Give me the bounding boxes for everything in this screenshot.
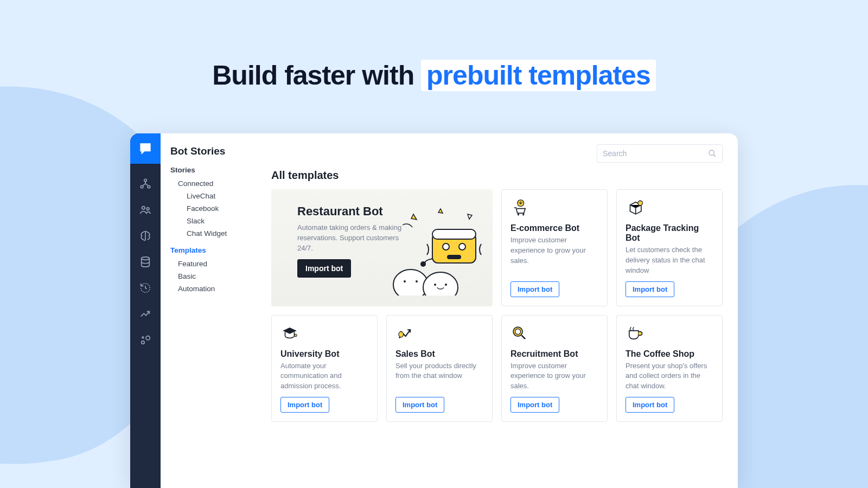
users-icon[interactable] bbox=[139, 204, 151, 216]
tree-item-basic[interactable]: Basic bbox=[170, 270, 248, 282]
import-button[interactable]: Import bot bbox=[510, 397, 559, 413]
section-title: All templates bbox=[271, 169, 723, 182]
svg-point-13 bbox=[416, 280, 418, 282]
svg-rect-17 bbox=[432, 229, 476, 239]
svg-point-6 bbox=[142, 341, 145, 344]
coffee-icon bbox=[626, 324, 713, 345]
svg-point-12 bbox=[404, 280, 406, 282]
tree-item-connected[interactable]: Connected bbox=[170, 177, 248, 190]
card-recruitment[interactable]: Recruitment Bot Improve customer experie… bbox=[501, 315, 608, 422]
svg-point-19 bbox=[459, 243, 465, 250]
sidebar-tree: Stories Connected LiveChat Facebook Slac… bbox=[170, 166, 248, 295]
hero-prefix: Build faster with bbox=[212, 60, 421, 91]
tree-item-chat-widget[interactable]: Chat Widget bbox=[170, 227, 248, 240]
svg-point-15 bbox=[445, 284, 447, 286]
card-sales[interactable]: Sales Bot Sell your products directly fr… bbox=[386, 315, 493, 422]
svg-point-8 bbox=[142, 337, 144, 338]
database-icon[interactable] bbox=[139, 256, 151, 268]
card-ecommerce[interactable]: E-commerce Bot Improve customer experien… bbox=[501, 189, 608, 306]
trend-icon[interactable] bbox=[139, 308, 151, 320]
history-icon[interactable] bbox=[139, 282, 151, 294]
svg-point-23 bbox=[518, 214, 519, 215]
sales-icon bbox=[395, 324, 483, 345]
svg-point-14 bbox=[434, 284, 436, 286]
robot-icon bbox=[381, 203, 489, 296]
templates-grid: Restaurant Bot Automate taking orders & … bbox=[271, 189, 723, 422]
page-title: Bot Stories bbox=[170, 145, 248, 157]
card-desc: Sell your products directly from the cha… bbox=[395, 361, 483, 382]
tree-group-templates[interactable]: Templates bbox=[170, 246, 248, 254]
svg-point-10 bbox=[393, 269, 428, 296]
svg-point-27 bbox=[399, 331, 404, 337]
flow-icon[interactable] bbox=[139, 178, 151, 190]
svg-rect-20 bbox=[447, 255, 461, 259]
search-icon bbox=[708, 149, 717, 158]
import-button[interactable]: Import bot bbox=[626, 281, 674, 297]
tree-item-automation[interactable]: Automation bbox=[170, 282, 248, 295]
card-title: Recruitment Bot bbox=[510, 349, 598, 359]
import-button[interactable]: Import bot bbox=[626, 397, 674, 413]
card-title: University Bot bbox=[280, 349, 368, 359]
svg-point-5 bbox=[142, 257, 150, 260]
card-title: E-commerce Bot bbox=[510, 223, 598, 233]
main-content: All templates Restaurant Bot Automate ta… bbox=[258, 133, 738, 488]
svg-point-11 bbox=[423, 272, 458, 296]
svg-point-29 bbox=[515, 329, 521, 334]
svg-point-3 bbox=[142, 207, 145, 210]
tree-item-livechat[interactable]: LiveChat bbox=[170, 190, 248, 202]
svg-point-26 bbox=[295, 334, 297, 336]
chat-icon bbox=[138, 142, 152, 156]
app-window: Bot Stories Stories Connected LiveChat F… bbox=[130, 133, 738, 488]
svg-point-7 bbox=[146, 336, 150, 340]
svg-point-25 bbox=[638, 201, 643, 206]
app-logo[interactable] bbox=[130, 133, 161, 164]
svg-point-4 bbox=[146, 208, 149, 210]
nav-rail bbox=[130, 133, 161, 488]
svg-point-24 bbox=[522, 214, 524, 215]
card-university[interactable]: University Bot Automate your communicati… bbox=[271, 315, 378, 422]
brain-icon[interactable] bbox=[139, 230, 151, 242]
card-title: The Coffee Shop bbox=[626, 349, 713, 359]
card-desc: Let customers check the delivery status … bbox=[626, 245, 713, 276]
svg-point-0 bbox=[144, 179, 147, 182]
svg-point-9 bbox=[709, 150, 714, 155]
svg-point-18 bbox=[443, 243, 449, 250]
hero-highlight: prebuilt templates bbox=[421, 60, 656, 91]
import-button[interactable]: Import bot bbox=[280, 397, 329, 413]
cart-icon bbox=[510, 198, 598, 219]
card-package[interactable]: Package Tracking Bot Let customers check… bbox=[616, 189, 723, 306]
sidebar: Bot Stories Stories Connected LiveChat F… bbox=[161, 133, 258, 488]
card-desc: Automate your communication and admissio… bbox=[280, 361, 368, 392]
tree-item-featured[interactable]: Featured bbox=[170, 258, 248, 270]
graduation-icon bbox=[280, 324, 368, 345]
tree-item-facebook[interactable]: Facebook bbox=[170, 202, 248, 215]
tree-group-stories[interactable]: Stories bbox=[170, 166, 248, 174]
import-button[interactable]: Import bot bbox=[395, 397, 444, 413]
featured-illustration bbox=[406, 204, 493, 291]
search-input[interactable] bbox=[603, 149, 708, 158]
hero-heading: Build faster with prebuilt templates bbox=[0, 60, 868, 91]
magnify-icon bbox=[510, 324, 598, 345]
featured-card[interactable]: Restaurant Bot Automate taking orders & … bbox=[271, 189, 493, 306]
bubbles-icon[interactable] bbox=[139, 334, 151, 346]
svg-point-21 bbox=[420, 261, 426, 267]
search-box[interactable] bbox=[597, 144, 723, 163]
nav-icons bbox=[139, 164, 151, 346]
card-desc: Improve customer experience to grow your… bbox=[510, 361, 598, 392]
card-coffee[interactable]: The Coffee Shop Present your shop's offe… bbox=[616, 315, 723, 422]
box-icon bbox=[626, 198, 713, 219]
card-title: Sales Bot bbox=[395, 349, 483, 359]
card-desc: Present your shop's offers and collect o… bbox=[626, 361, 713, 392]
topbar bbox=[271, 144, 723, 163]
card-title: Package Tracking Bot bbox=[626, 223, 713, 243]
featured-import-button[interactable]: Import bot bbox=[297, 259, 351, 278]
svg-point-2 bbox=[148, 185, 150, 188]
svg-point-1 bbox=[141, 185, 143, 188]
card-desc: Improve customer experience to grow your… bbox=[510, 235, 598, 266]
import-button[interactable]: Import bot bbox=[510, 281, 559, 297]
tree-item-slack[interactable]: Slack bbox=[170, 215, 248, 227]
